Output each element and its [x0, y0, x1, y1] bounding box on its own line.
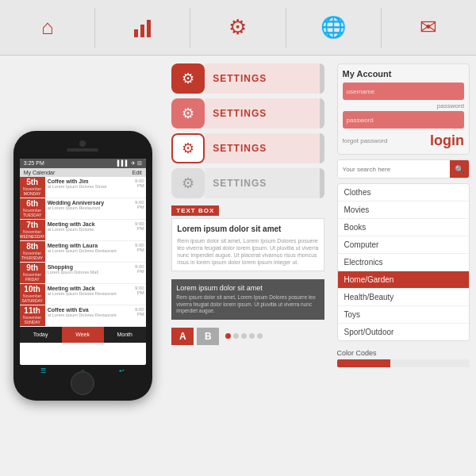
settings-button-1[interactable]: ⚙ SETTINGS — [171, 63, 324, 94]
color-codes-title: Color Codes — [337, 349, 470, 357]
calendar-list: 5th November MONDAY Coffee with Jim at L… — [20, 177, 146, 327]
category-clothes[interactable]: Clothes — [338, 184, 469, 202]
globe-icon[interactable]: 🌐 — [317, 12, 349, 44]
search-button[interactable]: 🔍 — [450, 160, 469, 178]
password-input[interactable] — [343, 111, 464, 129]
phone: 3:25 PM ▌▌▌ ✈ ⊟ My Calendar Edit 5th Nov… — [13, 131, 152, 401]
top-icon-bar: ⌂ ⚙ 🌐 ✉ — [0, 0, 476, 56]
home-icon[interactable]: ⌂ — [32, 12, 63, 44]
cal-day: SUNDAY — [24, 320, 40, 324]
search-icon: 🔍 — [455, 165, 464, 174]
cal-time: 9:00PM — [133, 284, 146, 305]
cal-day: TUESDAY — [23, 213, 41, 217]
cal-event-title: Meeting with Jack — [48, 286, 131, 291]
forgot-password-link[interactable]: forgot password — [343, 137, 388, 144]
nav-week-button[interactable]: Week — [62, 327, 104, 343]
cal-event-title: Shopping — [48, 264, 131, 270]
settings-button-2[interactable]: ⚙ SETTINGS — [171, 98, 324, 129]
calendar-item[interactable]: 6th November TUESDAY Wedding Anniversary… — [20, 198, 146, 220]
cal-content: Meeting with Jack at Lorem Ipsum Dolores… — [45, 284, 133, 305]
cal-event-place: at Lorem Ipsum Dolores Restaurant — [48, 291, 131, 296]
settings-icon-4: ⚙ — [171, 168, 205, 198]
cal-day: MONDAY — [24, 191, 41, 196]
cal-date: 9th November FRIDAY — [20, 263, 45, 283]
button-shadow — [320, 168, 324, 198]
category-movies[interactable]: Movies — [338, 202, 469, 219]
cal-event-place: at Lorem Ipsum Dolores Restaurant — [48, 248, 131, 253]
nav-today-button[interactable]: Today — [20, 327, 62, 343]
dark-textbox: Lorem ipsum dolor sit amet Rem ipsum dol… — [171, 279, 324, 319]
divider — [286, 8, 286, 48]
cal-event-title: Meeting with Laura — [48, 243, 131, 248]
tab-a[interactable]: A — [171, 328, 194, 345]
account-section: My Account password forgot password logi… — [337, 63, 470, 155]
mail-icon[interactable]: ✉ — [413, 12, 444, 44]
cal-time: 9:00PM — [133, 198, 146, 219]
calendar-item[interactable]: 11th November SUNDAY Coffee with Eva at … — [20, 305, 146, 327]
svg-rect-2 — [147, 20, 151, 37]
button-shadow — [320, 98, 324, 129]
cal-day: THURSDAY — [21, 255, 43, 260]
search-bar: 🔍 — [337, 159, 470, 178]
calendar-item[interactable]: 8th November THURSDAY Meeting with Laura… — [20, 241, 146, 263]
category-sport-outdoor[interactable]: Sport/Outdoor — [338, 324, 469, 340]
search-input[interactable] — [338, 160, 450, 178]
dot-5[interactable] — [257, 333, 263, 339]
phone-menu-icon[interactable]: ☰ — [40, 367, 46, 374]
calendar-item[interactable]: 5th November MONDAY Coffee with Jim at L… — [20, 177, 146, 198]
ab-tabs-section: A B — [171, 328, 324, 345]
calendar-item[interactable]: 9th November FRIDAY Shopping Lorem Ipsum… — [20, 263, 146, 284]
cal-content: Wedding Anniversary at Lorem Ipsum Resta… — [45, 198, 133, 219]
calendar-edit[interactable]: Edit — [132, 170, 142, 175]
cal-date-num: 9th — [26, 264, 38, 272]
cal-event-title: Coffee with Eva — [48, 307, 131, 313]
dark-textbox-title: Lorem ipsum dolor sit amet — [176, 284, 319, 292]
category-health-beauty[interactable]: Health/Beauty — [338, 289, 469, 306]
phone-signal: ▌▌▌ ✈ ⊟ — [117, 160, 142, 167]
phone-screen: 3:25 PM ▌▌▌ ✈ ⊟ My Calendar Edit 5th Nov… — [20, 159, 146, 365]
divider — [190, 8, 190, 48]
dot-indicators — [225, 333, 263, 339]
nav-month-button[interactable]: Month — [104, 327, 146, 343]
settings-label-4: SETTINGS — [205, 168, 319, 198]
textbox-body: Rem ipsum dolor sit amet, Lorem Ipsum Do… — [177, 237, 318, 266]
phone-navigation: Today Week Month — [20, 327, 146, 343]
cal-day: SATURDAY — [21, 298, 42, 303]
calendar-item[interactable]: 10th November SATURDAY Meeting with Jack… — [20, 284, 146, 305]
cal-date: 5th November MONDAY — [20, 177, 45, 198]
gear-icon[interactable]: ⚙ — [222, 12, 254, 44]
color-bar — [337, 359, 470, 367]
category-toys[interactable]: Toys — [338, 306, 469, 324]
cal-event-place: at Lorem Ipsum Restaurant — [48, 205, 131, 210]
phone-back-icon[interactable]: ↩ — [119, 367, 125, 374]
phone-home-button[interactable] — [71, 371, 94, 395]
account-actions: forgot password login — [343, 132, 464, 149]
account-title: My Account — [343, 69, 464, 79]
username-input[interactable] — [343, 83, 464, 100]
color-codes-section: Color Codes — [337, 349, 470, 367]
category-electronics[interactable]: Electronics — [338, 254, 469, 271]
dot-1[interactable] — [225, 333, 231, 339]
cal-content: Coffee with Jim at Lorem Ipsum Dolores S… — [45, 177, 133, 198]
dot-3[interactable] — [241, 333, 247, 339]
textbox-white: Lorem ipsum dolor sit amet Rem ipsum dol… — [171, 218, 324, 271]
settings-button-4[interactable]: ⚙ SETTINGS — [171, 168, 324, 198]
textbox-label: TEXT BOX — [171, 205, 219, 216]
calendar-item[interactable]: 7th November WEDNESDAY Meeting with Jack… — [20, 220, 146, 241]
middle-section: ⚙ SETTINGS ⚙ SETTINGS ⚙ SETTINGS ⚙ SETTI… — [165, 56, 330, 476]
calendar-title: My Calendar — [24, 170, 56, 175]
dot-2[interactable] — [233, 333, 239, 339]
settings-button-3[interactable]: ⚙ SETTINGS — [171, 133, 324, 163]
tab-b[interactable]: B — [197, 328, 219, 345]
cal-time: 9:00PM — [133, 220, 146, 240]
bar-chart-icon[interactable] — [127, 12, 159, 44]
category-computer[interactable]: Computer — [338, 236, 469, 254]
category-books[interactable]: Books — [338, 219, 469, 236]
cal-day: WEDNESDAY — [20, 234, 45, 239]
category-home-garden[interactable]: Home/Garden — [338, 271, 469, 289]
cal-content: Meeting with Laura at Lorem Ipsum Dolore… — [45, 241, 133, 262]
cal-date-num: 8th — [26, 243, 38, 251]
divider — [94, 8, 95, 48]
dot-4[interactable] — [249, 333, 255, 339]
login-button[interactable]: login — [430, 132, 464, 149]
